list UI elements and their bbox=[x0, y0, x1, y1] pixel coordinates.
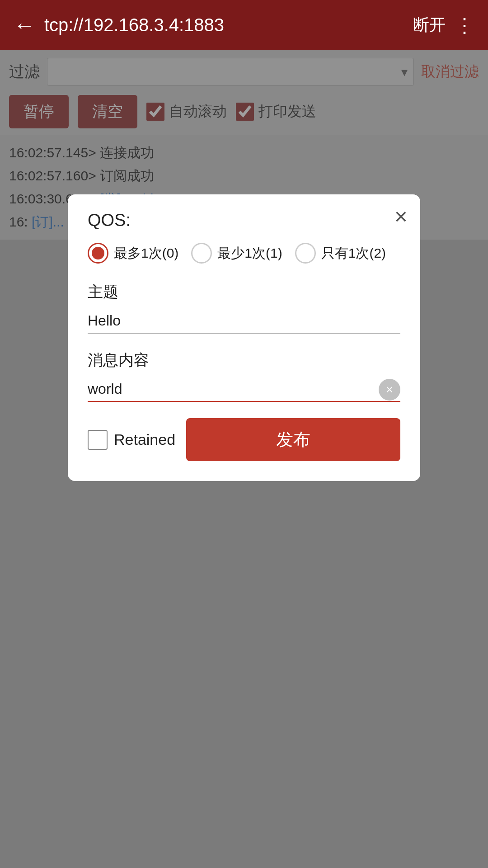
qos-label-1: 最少1次(1) bbox=[217, 244, 282, 263]
dialog-close-button[interactable]: × bbox=[394, 205, 408, 228]
publish-button[interactable]: 发布 bbox=[186, 418, 400, 461]
message-field-label: 消息内容 bbox=[88, 350, 400, 371]
back-icon[interactable]: ← bbox=[14, 13, 35, 38]
main-background: 过滤 ▾ 取消过滤 暂停 清空 自动滚动 打印发送 16:02:57.145> … bbox=[0, 50, 488, 868]
more-icon[interactable]: ⋮ bbox=[455, 14, 474, 37]
message-field-wrap: × bbox=[88, 377, 400, 402]
top-bar: ← tcp://192.168.3.4:1883 断开 ⋮ bbox=[0, 0, 488, 50]
qos-option-0[interactable]: 最多1次(0) bbox=[88, 243, 178, 264]
topic-field-label: 主题 bbox=[88, 282, 400, 302]
clear-message-button[interactable]: × bbox=[379, 379, 400, 401]
qos-radio-2[interactable] bbox=[295, 243, 316, 264]
qos-label-2: 只有1次(2) bbox=[321, 244, 386, 263]
qos-option-2[interactable]: 只有1次(2) bbox=[295, 243, 386, 264]
qos-radio-1[interactable] bbox=[191, 243, 212, 264]
disconnect-button[interactable]: 断开 bbox=[413, 14, 446, 36]
dialog-bottom: Retained 发布 bbox=[88, 418, 400, 461]
qos-radio-inner-0 bbox=[92, 247, 104, 259]
connection-title: tcp://192.168.3.4:1883 bbox=[44, 15, 404, 35]
dialog-overlay: × QOS: 最多1次(0) 最少1次(1) bbox=[0, 50, 488, 868]
qos-label-0: 最多1次(0) bbox=[114, 244, 178, 263]
topic-input[interactable] bbox=[88, 309, 400, 334]
qos-label: QOS: bbox=[88, 211, 400, 230]
message-input[interactable] bbox=[88, 377, 400, 402]
retained-checkbox-wrap[interactable]: Retained bbox=[88, 430, 175, 450]
retained-checkbox[interactable] bbox=[88, 430, 108, 450]
publish-dialog: × QOS: 最多1次(0) 最少1次(1) bbox=[68, 194, 420, 481]
retained-label: Retained bbox=[114, 431, 175, 448]
qos-radio-0[interactable] bbox=[88, 243, 108, 264]
qos-options: 最多1次(0) 最少1次(1) 只有1次(2) bbox=[88, 243, 400, 264]
qos-option-1[interactable]: 最少1次(1) bbox=[191, 243, 282, 264]
clear-icon: × bbox=[386, 382, 393, 397]
